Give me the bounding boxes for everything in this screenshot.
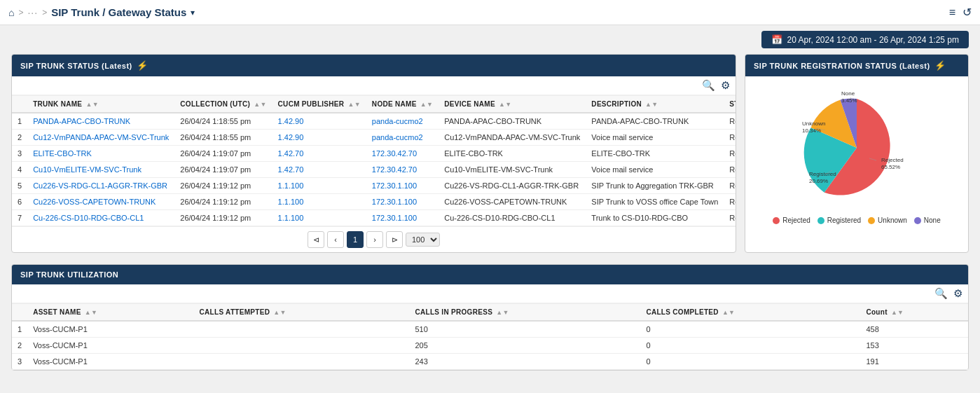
legend-dot-rejected: [773, 217, 780, 224]
status-cell: Rejected: [724, 113, 736, 130]
node-name-link[interactable]: panda-cucmo2: [372, 117, 423, 125]
col-collection[interactable]: COLLECTION (UTC) ▲▼: [174, 96, 272, 113]
refresh-icon[interactable]: ↺: [962, 6, 972, 19]
table-row: 4 Cu10-VmELITE-VM-SVC-Trunk 26/04/24 1:1…: [12, 162, 736, 178]
cucm-pub-link[interactable]: 1.1.100: [278, 181, 304, 190]
description-cell: Voice mail service: [586, 162, 724, 178]
prev-page-button[interactable]: ‹: [327, 231, 344, 248]
trunk-name-link[interactable]: Cu-226-CS-D10-RDG-CBO-CL1: [33, 214, 144, 222]
date-range-badge[interactable]: 📅 20 Apr, 2024 12:00 am - 26 Apr, 2024 1…: [761, 31, 969, 48]
breadcrumb-sep-1: >: [18, 8, 23, 18]
label-rejected: Rejected: [881, 157, 904, 163]
page-title-dropdown-icon[interactable]: ▾: [191, 8, 195, 18]
cucm-pub-cell: 1.42.70: [272, 146, 366, 162]
node-name-link[interactable]: panda-cucmo2: [372, 133, 423, 142]
legend-dot-registered: [817, 217, 824, 224]
legend-label-none: None: [924, 216, 941, 224]
legend-none: None: [914, 216, 941, 224]
label-registered-pct: 20.69%: [809, 178, 828, 184]
util-col-attempted[interactable]: CALLS ATTEMPTED ▲▼: [194, 304, 410, 322]
node-name-link[interactable]: 172.30.1.100: [372, 214, 417, 222]
cucm-pub-link[interactable]: 1.42.90: [278, 117, 304, 125]
label-unknown: Unknown: [802, 120, 825, 127]
calls-in-progress-cell: 205: [409, 338, 640, 354]
row-num: 3: [12, 146, 27, 162]
cucm-pub-link[interactable]: 1.1.100: [278, 198, 304, 206]
node-name-cell: 172.30.42.70: [366, 146, 439, 162]
cucm-pub-cell: 1.42.70: [272, 162, 366, 178]
calls-completed-cell: 0: [640, 338, 860, 354]
count-cell: 458: [860, 321, 968, 338]
more-options-icon[interactable]: ···: [27, 7, 38, 18]
sip-status-table-scroll[interactable]: TRUNK NAME ▲▼ COLLECTION (UTC) ▲▼ CUCM P…: [12, 95, 736, 226]
col-description[interactable]: DESCRIPTION ▲▼: [586, 96, 724, 113]
asset-name-cell: Voss-CUCM-P1: [27, 338, 193, 354]
legend-dot-unknown: [868, 217, 875, 224]
trunk-name-link[interactable]: Cu12-VmPANDA-APAC-VM-SVC-Trunk: [33, 133, 169, 142]
trunk-name-link[interactable]: PANDA-APAC-CBO-TRUNK: [33, 117, 130, 125]
trunk-name-cell: Cu226-VOSS-CAPETOWN-TRUNK: [27, 194, 174, 210]
collection-cell: 26/04/24 1:19:12 pm: [174, 194, 272, 210]
util-col-count[interactable]: Count ▲▼: [860, 304, 968, 322]
status-cell: Rejected: [724, 210, 736, 226]
row-num: 6: [12, 194, 27, 210]
device-name-cell: Cu12-VmPANDA-APAC-VM-SVC-Trunk: [439, 130, 586, 146]
label-unknown-pct: 10.34%: [802, 127, 821, 134]
cucm-pub-link[interactable]: 1.42.90: [278, 133, 304, 142]
node-name-link[interactable]: 172.30.1.100: [372, 198, 417, 206]
table-row: 2 Voss-CUCM-P1 205 0 153: [12, 338, 968, 354]
row-num: 4: [12, 162, 27, 178]
device-name-cell: Cu226-VOSS-CAPETOWN-TRUNK: [439, 194, 586, 210]
page-size-select[interactable]: 100 50 25: [406, 233, 440, 247]
node-name-cell: panda-cucmo2: [366, 130, 439, 146]
cucm-pub-link[interactable]: 1.1.100: [278, 214, 304, 222]
trunk-name-link[interactable]: Cu226-VOSS-CAPETOWN-TRUNK: [33, 198, 156, 206]
search-icon[interactable]: 🔍: [702, 79, 715, 92]
trunk-name-cell: ELITE-CBO-TRK: [27, 146, 174, 162]
table-row: 3 Voss-CUCM-P1 243 0 191: [12, 354, 968, 370]
pie-container: Rejected 65.52% Registered 20.69% Unknow…: [745, 76, 968, 233]
status-cell: Rejected: [724, 130, 736, 146]
sip-status-pagination: ⊲ ‹ 1 › ⊳ 100 50 25: [12, 226, 736, 252]
util-col-asset[interactable]: ASSET NAME ▲▼: [27, 304, 193, 322]
description-cell: PANDA-APAC-CBO-TRUNK: [586, 113, 724, 130]
settings-icon[interactable]: ⚙: [721, 79, 730, 92]
cucm-pub-cell: 1.1.100: [272, 194, 366, 210]
util-settings-icon[interactable]: ⚙: [953, 287, 962, 300]
node-name-cell: 172.30.1.100: [366, 194, 439, 210]
sip-status-table-header-row: TRUNK NAME ▲▼ COLLECTION (UTC) ▲▼ CUCM P…: [12, 96, 736, 113]
filter-icon[interactable]: ≡: [949, 6, 955, 19]
first-page-button[interactable]: ⊲: [308, 231, 324, 248]
last-page-button[interactable]: ⊳: [386, 231, 403, 248]
cucm-pub-link[interactable]: 1.42.70: [278, 149, 304, 158]
sip-status-table-body: 1 PANDA-APAC-CBO-TRUNK 26/04/24 1:18:55 …: [12, 113, 736, 226]
cucm-pub-cell: 1.42.90: [272, 130, 366, 146]
col-device-name[interactable]: DEVICE NAME ▲▼: [439, 96, 586, 113]
legend-unknown: Unknown: [868, 216, 907, 224]
util-search-icon[interactable]: 🔍: [934, 287, 948, 300]
col-node-name[interactable]: NODE NAME ▲▼: [366, 96, 439, 113]
util-col-completed[interactable]: CALLS COMPLETED ▲▼: [640, 304, 860, 322]
col-trunk-name[interactable]: TRUNK NAME ▲▼: [27, 96, 174, 113]
trunk-name-link[interactable]: ELITE-CBO-TRK: [33, 149, 92, 158]
table-row: 7 Cu-226-CS-D10-RDG-CBO-CL1 26/04/24 1:1…: [12, 210, 736, 226]
description-cell: SIP Trunk to Aggregation TRK-GBR: [586, 178, 724, 194]
lightning-icon-2: ⚡: [934, 60, 946, 71]
cucm-pub-link[interactable]: 1.42.70: [278, 165, 304, 174]
col-cucm-pub[interactable]: CUCM PUBLISHER ▲▼: [272, 96, 366, 113]
util-col-num: [12, 304, 27, 322]
node-name-link[interactable]: 172.30.42.70: [372, 149, 417, 158]
node-name-cell: 172.30.1.100: [366, 178, 439, 194]
calls-completed-cell: 0: [640, 354, 860, 370]
col-status[interactable]: STATUS ▲: [724, 96, 736, 113]
asset-name-cell: Voss-CUCM-P1: [27, 321, 193, 338]
util-col-in-progress[interactable]: CALLS IN PROGRESS ▲▼: [409, 304, 640, 322]
next-page-button[interactable]: ›: [366, 231, 383, 248]
node-name-link[interactable]: 172.30.1.100: [372, 181, 417, 190]
node-name-link[interactable]: 172.30.42.70: [372, 165, 417, 174]
date-bar: 📅 20 Apr, 2024 12:00 am - 26 Apr, 2024 1…: [0, 25, 980, 54]
home-icon[interactable]: ⌂: [8, 7, 14, 18]
trunk-name-link[interactable]: Cu10-VmELITE-VM-SVC-Trunk: [33, 165, 142, 174]
trunk-name-link[interactable]: Cu226-VS-RDG-CL1-AGGR-TRK-GBR: [33, 181, 167, 190]
trunk-name-cell: Cu-226-CS-D10-RDG-CBO-CL1: [27, 210, 174, 226]
